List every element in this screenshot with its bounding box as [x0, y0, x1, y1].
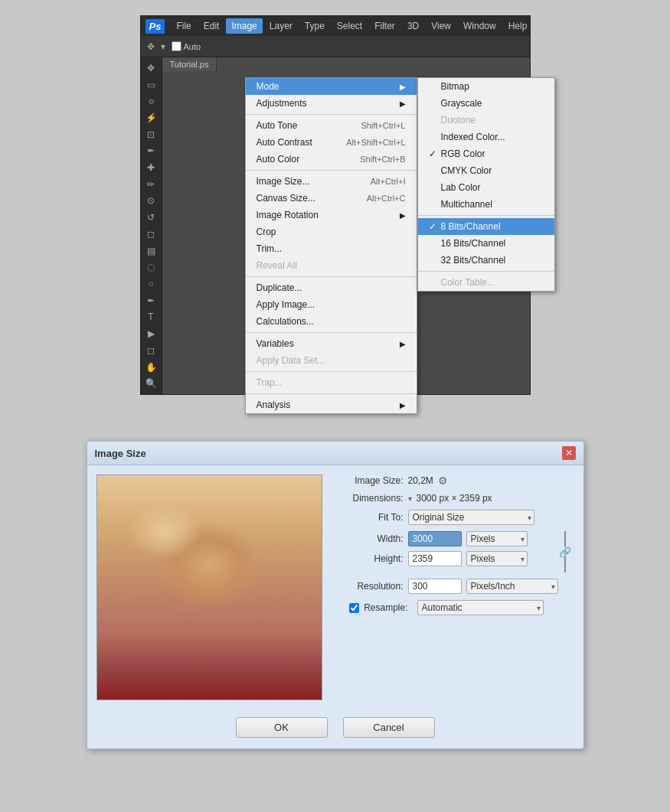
tool-history-brush[interactable]: ↺ — [142, 210, 159, 225]
resample-checkbox[interactable] — [349, 603, 359, 613]
tool-move[interactable]: ✥ — [142, 60, 159, 76]
tool-select-rect[interactable]: ▭ — [142, 77, 159, 93]
menu-edit[interactable]: Edit — [198, 18, 225, 34]
menu-sep-1 — [246, 114, 417, 115]
mode-arrow-icon: ▶ — [400, 83, 406, 91]
tool-path-select[interactable]: ▶ — [142, 326, 159, 341]
tool-shape[interactable]: ◻ — [142, 343, 159, 358]
dialog-buttons: OK Cancel — [87, 709, 583, 748]
tool-zoom[interactable]: 🔍 — [142, 376, 159, 391]
menu-item-analysis[interactable]: Analysis ▶ — [246, 396, 417, 413]
menu-sep-3 — [246, 276, 417, 277]
menu-item-auto-tone[interactable]: Auto Tone Shift+Ctrl+L — [246, 117, 417, 134]
mode-multichannel[interactable]: Multichannel — [418, 196, 554, 213]
mode-32bit[interactable]: 32 Bits/Channel — [418, 252, 554, 269]
mode-cmyk[interactable]: CMYK Color — [418, 162, 554, 179]
menubar: Ps File Edit Image Layer Type Select Fil… — [141, 16, 530, 36]
menu-layer[interactable]: Layer — [264, 18, 298, 34]
tool-hand[interactable]: ✋ — [142, 360, 159, 375]
height-input[interactable] — [408, 551, 462, 566]
tool-text[interactable]: T — [142, 310, 159, 325]
tool-brush[interactable]: ✏ — [142, 177, 159, 192]
resample-checkbox-row[interactable]: Resample: — [335, 602, 408, 613]
resolution-unit-wrapper[interactable]: Pixels/Inch — [466, 579, 558, 594]
height-unit-select[interactable]: Pixels — [466, 551, 528, 566]
image-menu-dropdown: Mode ▶ Adjustments ▶ Auto Tone Shift+Ctr… — [245, 77, 417, 414]
tool-gradient[interactable]: ▤ — [142, 243, 159, 259]
width-label: Width: — [335, 533, 404, 544]
width-input[interactable] — [408, 531, 462, 546]
menu-select[interactable]: Select — [332, 18, 368, 34]
menu-help[interactable]: Help — [503, 18, 533, 34]
menu-item-trap: Trap... — [246, 374, 417, 391]
dialog-title: Image Size — [95, 448, 146, 459]
menu-item-variables[interactable]: Variables ▶ — [246, 335, 417, 352]
dialog-body: Image Size: 20,2M ⚙ Dimensions: ▾ 3000 p… — [87, 465, 583, 709]
resample-method-select[interactable]: Automatic — [417, 600, 544, 615]
analysis-arrow-icon: ▶ — [400, 401, 406, 409]
menu-item-auto-contrast[interactable]: Auto Contrast Alt+Shift+Ctrl+L — [246, 134, 417, 151]
menu-3d[interactable]: 3D — [402, 18, 424, 34]
dialog-close-button[interactable]: ✕ — [562, 446, 576, 460]
mode-indexed[interactable]: Indexed Color... — [418, 129, 554, 145]
tool-dodge[interactable]: ○ — [142, 276, 159, 292]
cancel-button[interactable]: Cancel — [343, 717, 435, 738]
fit-to-row: Fit To: Original Size — [335, 510, 574, 525]
menu-image[interactable]: Image — [226, 18, 262, 34]
mode-rgb[interactable]: ✓ RGB Color — [418, 145, 554, 162]
gear-icon[interactable]: ⚙ — [438, 474, 448, 487]
resolution-input[interactable] — [408, 579, 462, 594]
width-unit-wrapper[interactable]: Pixels — [466, 531, 528, 546]
arrow-icon: ▾ — [161, 41, 165, 52]
height-unit-wrapper[interactable]: Pixels — [466, 551, 528, 566]
tool-blur[interactable]: ◌ — [142, 259, 159, 275]
menu-file[interactable]: File — [171, 18, 196, 34]
tool-clone[interactable]: ⊙ — [142, 194, 159, 209]
document-tab[interactable]: Tutorial.ps — [162, 57, 217, 71]
menu-type[interactable]: Type — [299, 18, 330, 34]
menu-item-mode[interactable]: Mode ▶ — [246, 78, 417, 95]
tool-crop[interactable]: ⊡ — [142, 127, 159, 142]
menu-item-canvas-size[interactable]: Canvas Size... Alt+Ctrl+C — [246, 190, 417, 207]
dimensions-label: Dimensions: — [335, 493, 404, 504]
image-preview — [96, 474, 322, 700]
menu-item-crop[interactable]: Crop — [246, 223, 417, 240]
menu-item-image-size[interactable]: Image Size... Alt+Ctrl+I — [246, 173, 417, 190]
menu-item-apply-image[interactable]: Apply Image... — [246, 296, 417, 313]
menu-window[interactable]: Window — [458, 18, 502, 34]
width-unit-select[interactable]: Pixels — [466, 531, 528, 546]
chain-icon: 🔗 — [559, 547, 571, 557]
mode-16bit[interactable]: 16 Bits/Channel — [418, 235, 554, 252]
tool-pen[interactable]: ✒ — [142, 293, 159, 308]
menu-item-trim[interactable]: Trim... — [246, 240, 417, 257]
tool-eyedropper[interactable]: ✒ — [142, 144, 159, 159]
width-row: Width: Pixels — [335, 531, 554, 546]
resolution-unit-select[interactable]: Pixels/Inch — [466, 579, 558, 594]
mode-grayscale[interactable]: Grayscale — [418, 95, 554, 112]
fit-to-select[interactable]: Original Size — [408, 510, 534, 525]
dimensions-value: 3000 px × 2359 px — [417, 493, 492, 504]
ok-button[interactable]: OK — [236, 717, 328, 738]
mode-bitmap[interactable]: Bitmap — [418, 78, 554, 95]
tool-heal[interactable]: ✚ — [142, 160, 159, 175]
tool-eraser[interactable]: ◻ — [142, 227, 159, 242]
menu-item-image-rotation[interactable]: Image Rotation ▶ — [246, 207, 417, 223]
fit-to-select-wrapper[interactable]: Original Size — [408, 510, 534, 525]
mode-8bit[interactable]: ✓ 8 Bits/Channel — [418, 218, 554, 235]
tool-lasso[interactable]: ⌾ — [142, 93, 159, 109]
menu-item-calculations[interactable]: Calculations... — [246, 313, 417, 330]
menu-view[interactable]: View — [426, 18, 456, 34]
rotation-arrow-icon: ▶ — [400, 211, 406, 220]
auto-checkbox[interactable]: Auto — [172, 41, 201, 51]
menu-item-adjustments[interactable]: Adjustments ▶ — [246, 95, 417, 112]
resample-method-wrapper[interactable]: Automatic — [417, 600, 544, 615]
menu-item-duplicate[interactable]: Duplicate... — [246, 279, 417, 296]
menu-item-auto-color[interactable]: Auto Color Shift+Ctrl+B — [246, 151, 417, 168]
tool-magic-wand[interactable]: ⚡ — [142, 110, 159, 126]
section-gap — [15, 418, 655, 441]
mode-lab[interactable]: Lab Color — [418, 179, 554, 196]
menu-sep-2 — [246, 170, 417, 171]
wh-section: Width: Pixels Height: — [335, 531, 574, 572]
dim-collapse-icon[interactable]: ▾ — [408, 494, 412, 503]
menu-filter[interactable]: Filter — [369, 18, 400, 34]
